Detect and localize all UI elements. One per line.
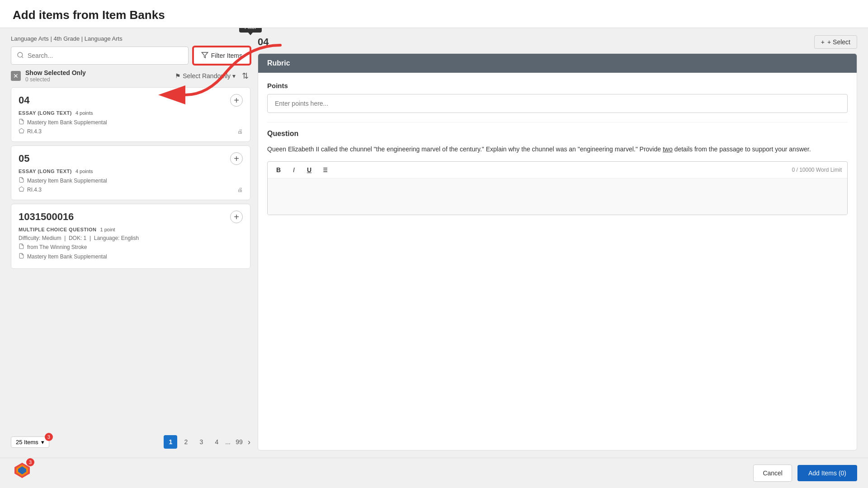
right-panel-header: 04 + + Select bbox=[258, 35, 857, 49]
select-randomly-label: Select Randomly bbox=[183, 72, 231, 80]
item-source-04: Mastery Item Bank Supplemental bbox=[27, 119, 107, 126]
right-panel: 04 + + Select Rubric Points Question Qu bbox=[258, 35, 857, 450]
select-button[interactable]: + + Select bbox=[814, 35, 857, 49]
page-container: Add items from Item Banks Language Arts … bbox=[0, 0, 868, 488]
search-filter-row: Filter Items bbox=[11, 47, 250, 65]
breadcrumb: Language Arts | 4th Grade | Language Art… bbox=[11, 35, 123, 42]
right-panel-item-number: 04 bbox=[258, 36, 269, 48]
item-type-row-04: ESSAY (LONG TEXT) 4 points bbox=[19, 110, 243, 116]
search-input[interactable] bbox=[28, 52, 183, 59]
page-btn-2[interactable]: 2 bbox=[179, 435, 193, 449]
item-source-mcq-1: from The Winning Stroke bbox=[27, 244, 87, 250]
item-standard-row-04: RI.4.3 🖨 bbox=[19, 128, 243, 135]
logo-wrapper: 3 bbox=[13, 461, 32, 482]
item-number-04: 04 bbox=[19, 94, 29, 106]
main-content: Language Arts | 4th Grade | Language Art… bbox=[0, 28, 868, 458]
editor-tools-left: B I U bbox=[273, 164, 330, 175]
item-card-05: 05 + ESSAY (LONG TEXT) 4 points Mastery … bbox=[11, 145, 250, 200]
filter-items-button[interactable]: Filter Items bbox=[193, 47, 250, 65]
bold-button[interactable]: B bbox=[273, 164, 284, 175]
item-card-header-mcq: 1031500016 + bbox=[19, 211, 243, 223]
print-icon-05[interactable]: 🖨 bbox=[237, 187, 243, 193]
item-number-mcq: 1031500016 bbox=[19, 211, 74, 223]
question-text-underlined: two bbox=[663, 145, 673, 153]
item-detail-panel: Rubric Points Question Queen Elizabeth I… bbox=[258, 53, 857, 450]
standard-container-05: RI.4.3 bbox=[19, 186, 42, 193]
item-type-badge-mcq: MULTIPLE CHOICE QUESTION bbox=[19, 227, 97, 232]
item-source-mcq-2: Mastery Item Bank Supplemental bbox=[27, 253, 107, 260]
cancel-button[interactable]: Cancel bbox=[753, 465, 792, 482]
italic-button[interactable]: I bbox=[288, 164, 299, 175]
print-icon-04[interactable]: 🖨 bbox=[237, 128, 243, 135]
item-type-badge-05: ESSAY (LONG TEXT) bbox=[19, 169, 72, 174]
item-card-header-04: 04 + bbox=[19, 94, 243, 107]
underline-button[interactable]: U bbox=[304, 164, 315, 175]
add-items-button[interactable]: Add Items (0) bbox=[797, 465, 857, 481]
question-text-part2: details from the passage to support your… bbox=[673, 145, 811, 153]
item-source2-row-mcq: Mastery Item Bank Supplemental bbox=[19, 253, 243, 260]
question-label: Question bbox=[267, 130, 848, 138]
item-points-05: 4 points bbox=[75, 169, 93, 174]
item-card-04: 04 + ESSAY (LONG TEXT) 4 points Mastery … bbox=[11, 87, 250, 142]
bottom-bar: Cancel Add Items (0) bbox=[0, 458, 868, 488]
svg-marker-2 bbox=[202, 52, 208, 58]
item-points-mcq: 1 point bbox=[100, 227, 115, 232]
notification-badge: 3 bbox=[45, 433, 53, 441]
select-randomly-button[interactable]: ⚑ Select Randomly ▾ bbox=[175, 72, 236, 80]
points-input[interactable] bbox=[267, 94, 848, 113]
show-selected-label: Show Selected Only bbox=[25, 69, 86, 76]
filter-items-label: Filter Items bbox=[211, 52, 242, 59]
standard-04: RI.4.3 bbox=[27, 128, 42, 135]
per-page-wrapper: 25 Items ▾ 3 bbox=[11, 436, 49, 448]
editor-toolbar: B I U bbox=[268, 162, 847, 178]
logo-area: 3 bbox=[13, 461, 32, 482]
item-type-row-mcq: MULTIPLE CHOICE QUESTION 1 point bbox=[19, 227, 243, 232]
rubric-header: Rubric bbox=[258, 54, 857, 73]
question-text: Queen Elizabeth II called the chunnel "t… bbox=[267, 144, 848, 154]
gem-icon-05 bbox=[19, 186, 24, 193]
select-label: + Select bbox=[827, 38, 850, 46]
chevron-down-icon: ▾ bbox=[232, 72, 236, 80]
doc-icon-mcq-2 bbox=[19, 253, 24, 260]
page-title: Add items from Item Banks bbox=[13, 8, 165, 22]
page-btn-3[interactable]: 3 bbox=[194, 435, 208, 449]
editor-body[interactable] bbox=[268, 178, 847, 215]
plus-icon: + bbox=[821, 38, 825, 46]
per-page-select[interactable]: 25 Items ▾ bbox=[11, 436, 49, 448]
add-item-mcq-button[interactable]: + bbox=[230, 211, 243, 223]
pagination-row: 25 Items ▾ 3 1 2 3 4 ... 99 › bbox=[11, 433, 250, 450]
sort-button[interactable]: ⇅ bbox=[240, 71, 250, 81]
gem-icon-04 bbox=[19, 128, 24, 135]
svg-marker-3 bbox=[19, 128, 24, 133]
add-item-04-button[interactable]: + bbox=[230, 94, 243, 107]
svg-line-1 bbox=[22, 56, 23, 58]
doc-icon-04 bbox=[19, 118, 24, 126]
page-buttons: 1 2 3 4 ... 99 › bbox=[164, 435, 250, 449]
item-card-header-05: 05 + bbox=[19, 152, 243, 165]
page-btn-99[interactable]: 99 bbox=[232, 435, 246, 449]
word-limit-text: 0 / 10000 Word Limit bbox=[792, 167, 842, 173]
list-button[interactable] bbox=[319, 164, 330, 175]
svg-point-0 bbox=[18, 52, 23, 57]
page-header: Add items from Item Banks bbox=[0, 0, 868, 28]
page-btn-1[interactable]: 1 bbox=[164, 435, 177, 449]
standard-container-04: RI.4.3 bbox=[19, 128, 42, 135]
question-text-part1: Queen Elizabeth II called the chunnel "t… bbox=[267, 145, 663, 153]
rubric-body: Points Question Queen Elizabeth II calle… bbox=[258, 73, 857, 224]
per-page-chevron: ▾ bbox=[41, 439, 44, 446]
doc-icon-05 bbox=[19, 177, 24, 184]
show-selected-container: Show Selected Only 0 selected bbox=[25, 69, 86, 83]
close-selected-button[interactable]: ✕ bbox=[11, 71, 21, 81]
page-btn-4[interactable]: 4 bbox=[210, 435, 223, 449]
item-standard-row-05: RI.4.3 🖨 bbox=[19, 186, 243, 193]
text-editor: B I U bbox=[267, 161, 848, 215]
item-number-05: 05 bbox=[19, 153, 29, 164]
filter-tooltip: Filter bbox=[239, 28, 262, 33]
add-item-05-button[interactable]: + bbox=[230, 152, 243, 165]
standard-05: RI.4.3 bbox=[27, 187, 42, 193]
rubric-points-label: Points bbox=[267, 82, 848, 89]
selected-row: ✕ Show Selected Only 0 selected ⚑ Select… bbox=[11, 69, 250, 83]
doc-icon-mcq-1 bbox=[19, 243, 24, 251]
items-list: 04 + ESSAY (LONG TEXT) 4 points Mastery … bbox=[11, 87, 250, 429]
page-next-button[interactable]: › bbox=[248, 437, 250, 447]
